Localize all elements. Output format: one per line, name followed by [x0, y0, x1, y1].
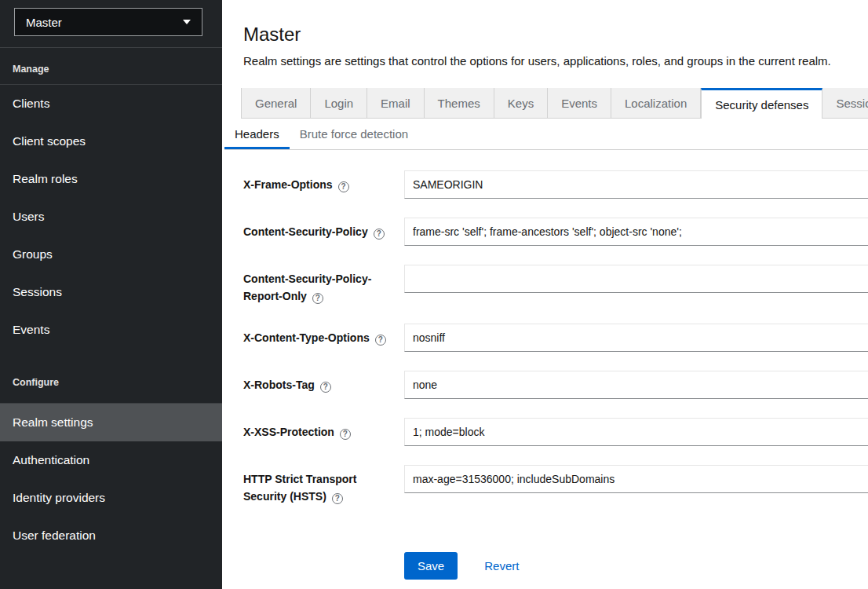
- field-label-hsts: HTTP Strict Transport Security (HSTS)?: [243, 465, 404, 505]
- hsts-input[interactable]: [404, 465, 868, 493]
- field-label-x-xss-protection: X-XSS-Protection?: [243, 418, 404, 441]
- page-description: Realm settings are settings that control…: [243, 53, 868, 68]
- tab-themes[interactable]: Themes: [425, 88, 494, 119]
- sidebar-item-user-federation[interactable]: User federation: [0, 517, 222, 554]
- field-label-x-robots-tag: X-Robots-Tag?: [243, 371, 404, 393]
- sidebar-item-client-scopes[interactable]: Client scopes: [0, 123, 222, 160]
- x-content-type-options-input[interactable]: [404, 324, 868, 352]
- field-row-x-frame-options: X-Frame-Options?: [243, 170, 868, 199]
- sidebar-nav: Manage Clients Client scopes Realm roles…: [0, 48, 222, 554]
- help-icon[interactable]: ?: [338, 181, 349, 192]
- help-icon[interactable]: ?: [332, 493, 343, 504]
- admin-console: Master Manage Clients Client scopes Real…: [0, 0, 868, 589]
- sidebar-item-clients[interactable]: Clients: [0, 85, 222, 123]
- sidebar-item-users[interactable]: Users: [0, 198, 222, 236]
- sidebar-item-authentication[interactable]: Authentication: [0, 441, 222, 479]
- help-icon[interactable]: ?: [374, 229, 385, 240]
- subtab-headers[interactable]: Headers: [224, 119, 290, 149]
- revert-button[interactable]: Revert: [484, 559, 519, 573]
- sidebar-item-realm-roles[interactable]: Realm roles: [0, 160, 222, 198]
- sidebar: Master Manage Clients Client scopes Real…: [0, 0, 222, 589]
- caret-down-icon: [183, 20, 191, 24]
- tab-localization[interactable]: Localization: [611, 88, 701, 119]
- tab-security-defenses[interactable]: Security defenses: [701, 88, 822, 119]
- page-title: Master: [243, 24, 868, 46]
- nav-section-title-manage: Manage: [0, 48, 222, 85]
- sidebar-item-identity-providers[interactable]: Identity providers: [0, 479, 222, 517]
- help-icon[interactable]: ?: [375, 335, 386, 346]
- save-button[interactable]: Save: [404, 552, 458, 580]
- field-label-x-frame-options: X-Frame-Options?: [243, 170, 404, 193]
- field-row-content-security-policy: Content-Security-Policy?: [243, 218, 868, 246]
- sidebar-item-realm-settings[interactable]: Realm settings: [0, 404, 222, 441]
- field-label-text: X-Content-Type-Options: [243, 331, 370, 344]
- field-row-x-xss-protection: X-XSS-Protection?: [243, 418, 868, 446]
- field-label-text: Content-Security-Policy: [243, 225, 368, 238]
- subtab-brute-force-detection[interactable]: Brute force detection: [290, 119, 418, 149]
- field-label-text: X-Frame-Options: [243, 178, 333, 191]
- field-label-text: Content-Security-Policy-Report-Only: [243, 273, 371, 302]
- tab-bar: General Login Email Themes Keys Events L…: [241, 88, 868, 119]
- x-frame-options-input[interactable]: [404, 170, 868, 199]
- realm-selector-value: Master: [26, 16, 62, 29]
- field-row-hsts: HTTP Strict Transport Security (HSTS)?: [243, 465, 868, 505]
- help-icon[interactable]: ?: [312, 293, 323, 304]
- sidebar-item-sessions[interactable]: Sessions: [0, 273, 222, 311]
- help-icon[interactable]: ?: [320, 382, 331, 393]
- field-row-x-robots-tag: X-Robots-Tag?: [243, 371, 868, 399]
- main-content: Master Realm settings are settings that …: [222, 0, 868, 589]
- csp-report-only-input[interactable]: [404, 265, 868, 293]
- field-label-text: X-Robots-Tag: [243, 379, 315, 391]
- headers-form: X-Frame-Options? Content-Security-Policy…: [243, 170, 868, 505]
- field-label-content-security-policy: Content-Security-Policy?: [243, 218, 404, 240]
- field-label-text: X-XSS-Protection: [243, 426, 334, 438]
- nav-section-manage: Manage Clients Client scopes Realm roles…: [0, 48, 222, 349]
- x-xss-protection-input[interactable]: [404, 418, 868, 446]
- nav-section-configure: Configure Realm settings Authentication …: [0, 349, 222, 554]
- realm-selector-container: Master: [0, 0, 222, 48]
- tab-keys[interactable]: Keys: [494, 88, 548, 119]
- content-security-policy-input[interactable]: [404, 218, 868, 246]
- realm-selector[interactable]: Master: [14, 8, 202, 36]
- form-actions: Save Revert: [404, 552, 868, 580]
- tab-email[interactable]: Email: [367, 88, 425, 119]
- tab-login[interactable]: Login: [311, 88, 367, 119]
- sidebar-item-events[interactable]: Events: [0, 311, 222, 349]
- help-icon[interactable]: ?: [340, 429, 351, 440]
- field-row-x-content-type-options: X-Content-Type-Options?: [243, 324, 868, 352]
- subtab-bar: Headers Brute force detection: [224, 119, 868, 150]
- sidebar-item-groups[interactable]: Groups: [0, 236, 222, 273]
- field-row-csp-report-only: Content-Security-Policy-Report-Only?: [243, 265, 868, 305]
- tab-events[interactable]: Events: [548, 88, 611, 119]
- tab-sessions[interactable]: Sessions: [822, 88, 868, 119]
- tab-general[interactable]: General: [241, 88, 311, 119]
- x-robots-tag-input[interactable]: [404, 371, 868, 399]
- field-label-csp-report-only: Content-Security-Policy-Report-Only?: [243, 265, 404, 305]
- nav-section-title-configure: Configure: [0, 349, 222, 404]
- field-label-x-content-type-options: X-Content-Type-Options?: [243, 324, 404, 346]
